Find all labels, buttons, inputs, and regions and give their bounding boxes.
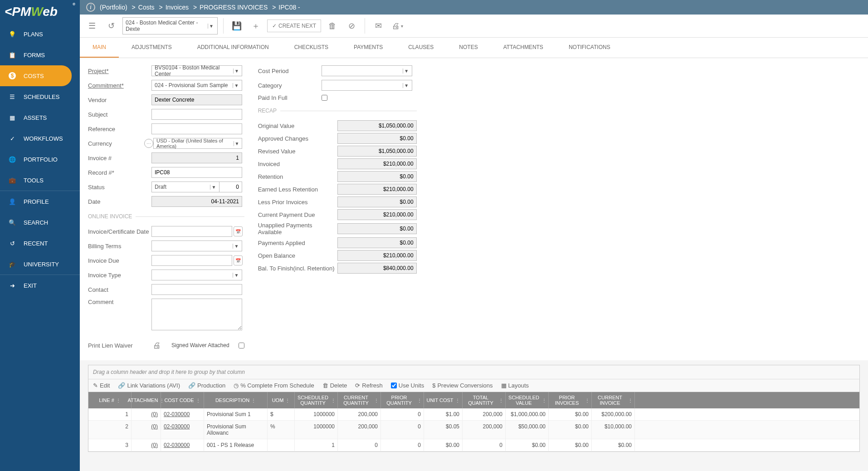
- table-row[interactable]: 1(0)02-030000Provisional Sum 1$100000020…: [88, 408, 859, 421]
- reference-field[interactable]: [151, 123, 242, 134]
- info-icon[interactable]: i: [86, 3, 95, 12]
- refresh-icon: ⟳: [355, 382, 360, 389]
- clipboard-icon: 📋: [8, 51, 16, 59]
- portfolio-dropdown[interactable]: 024 - Boston Medical Center - Dexte▼: [122, 17, 218, 34]
- nav-search[interactable]: 🔍SEARCH: [0, 212, 80, 233]
- header-current-qty[interactable]: CURRENT QUANTITY⋮: [338, 392, 381, 408]
- nav-forms[interactable]: 📋FORMS: [0, 44, 80, 65]
- nav-recent[interactable]: ↺RECENT: [0, 233, 80, 254]
- cell-attach[interactable]: (0): [132, 421, 161, 439]
- tab-additional[interactable]: ADDITIONAL INFORMATION: [185, 38, 282, 58]
- cost-period-dropdown[interactable]: ▼: [322, 65, 412, 76]
- table-row[interactable]: 3(0)02-030000001 - PS 1 Release100$0.000…: [88, 439, 859, 451]
- link-variations-button[interactable]: 🔗Link Variations (AVI): [118, 382, 180, 389]
- tab-clauses[interactable]: CLAUSES: [395, 38, 446, 58]
- contact-field[interactable]: [151, 284, 242, 295]
- cancel-icon[interactable]: ⊘: [344, 18, 359, 34]
- nav-plans[interactable]: 💡PLANS: [0, 24, 80, 44]
- edit-button[interactable]: ✎Edit: [93, 382, 110, 389]
- header-scheduled-value[interactable]: SCHEDULED VALUE⋮: [506, 392, 549, 408]
- nav-exit[interactable]: ➜EXIT: [0, 275, 80, 296]
- commitment-label[interactable]: Commitment*: [88, 82, 151, 89]
- link-icon: 🔗: [188, 382, 195, 389]
- print-icon[interactable]: 🖨: [151, 338, 162, 353]
- comment-field[interactable]: [151, 299, 242, 330]
- production-button[interactable]: 🔗Production: [188, 382, 225, 389]
- header-prior-invoices[interactable]: PRIOR INVOICES⋮: [549, 392, 592, 408]
- header-cost-code[interactable]: COST CODE⋮: [161, 392, 204, 408]
- save-icon[interactable]: 💾: [229, 18, 244, 34]
- signed-checkbox[interactable]: [239, 343, 244, 348]
- header-description[interactable]: DESCRIPTION⋮: [204, 392, 268, 408]
- paid-full-checkbox[interactable]: [322, 95, 327, 101]
- ellipsis-icon[interactable]: ⋯: [144, 139, 153, 148]
- preview-button[interactable]: $Preview Conversions: [432, 382, 493, 389]
- tab-notifications[interactable]: NOTIFICATIONS: [556, 38, 623, 58]
- cell-code[interactable]: 02-030000: [161, 439, 204, 451]
- breadcrumb-root[interactable]: (Portfolio): [100, 4, 127, 11]
- tab-notes[interactable]: NOTES: [446, 38, 490, 58]
- create-next-button[interactable]: ✓CREATE NEXT: [267, 20, 321, 32]
- cell-attach[interactable]: (0): [132, 439, 161, 451]
- status-dropdown[interactable]: Draft▼: [151, 182, 219, 192]
- header-unit-cost[interactable]: UNIT COST⋮: [424, 392, 463, 408]
- header-scheduled-qty[interactable]: SCHEDULED QUANTITY⋮: [295, 392, 338, 408]
- date-field[interactable]: [151, 196, 242, 207]
- chevron-down-icon: ▼: [208, 24, 215, 29]
- header-attach[interactable]: ATTACHMEN⋮: [132, 392, 161, 408]
- grid-icon: ▦: [501, 382, 507, 389]
- header-prior-qty[interactable]: PRIOR QUANTITY⋮: [381, 392, 424, 408]
- tab-main[interactable]: MAIN: [80, 38, 119, 58]
- history-icon[interactable]: ↺: [103, 18, 119, 34]
- billing-dropdown[interactable]: ▼: [151, 240, 242, 251]
- nav-tools[interactable]: 💼TOOLS: [0, 170, 80, 191]
- header-line[interactable]: LINE #⋮: [88, 392, 132, 408]
- invcert-field[interactable]: [151, 226, 232, 237]
- commitment-dropdown[interactable]: 024 - Provisional Sum Sample▼: [151, 80, 242, 91]
- nav-workflows[interactable]: ✓WORKFLOWS: [0, 128, 80, 149]
- tab-attachments[interactable]: ATTACHMENTS: [491, 38, 556, 58]
- record-field[interactable]: [151, 167, 242, 178]
- recap-value: [337, 237, 417, 248]
- tab-checklists[interactable]: CHECKLISTS: [282, 38, 341, 58]
- type-dropdown[interactable]: ▼: [151, 270, 242, 280]
- category-dropdown[interactable]: ▼: [322, 80, 412, 91]
- tab-adjustments[interactable]: ADJUSTMENTS: [119, 38, 185, 58]
- use-units-checkbox[interactable]: Use Units: [391, 382, 424, 389]
- cell-attach[interactable]: (0): [132, 408, 161, 420]
- header-current-invoice[interactable]: CURRENT INVOICE⋮: [592, 392, 635, 408]
- table-row[interactable]: 2(0)02-030000Provisional Sum Allowanc%10…: [88, 421, 859, 439]
- tab-payments[interactable]: PAYMENTS: [341, 38, 395, 58]
- delete-button[interactable]: 🗑Delete: [322, 382, 347, 389]
- nav-portfolio[interactable]: 🌐PORTFOLIO: [0, 149, 80, 170]
- pct-complete-button[interactable]: ◷% Complete From Schedule: [234, 382, 314, 389]
- header-uom[interactable]: UOM⋮: [268, 392, 295, 408]
- list-icon[interactable]: ☰: [84, 18, 100, 34]
- due-field[interactable]: [151, 255, 232, 266]
- layouts-button[interactable]: ▦Layouts: [501, 382, 529, 389]
- cell-total-qty: 200,000: [463, 421, 506, 439]
- group-bar[interactable]: Drag a column header and drop it here to…: [88, 365, 859, 379]
- project-dropdown[interactable]: BVS0104 - Boston Medical Center▼: [151, 65, 242, 76]
- cell-line: 2: [88, 421, 132, 439]
- header-total-qty[interactable]: TOTAL QUANTITY⋮: [463, 392, 506, 408]
- currency-dropdown[interactable]: USD - Dollar (United States of America)▼: [153, 138, 242, 149]
- project-label[interactable]: Project*: [88, 68, 151, 74]
- svg-text:$: $: [11, 73, 14, 79]
- calendar-icon[interactable]: 📅: [234, 255, 243, 265]
- add-icon[interactable]: ＋: [248, 18, 263, 34]
- nav-profile[interactable]: 👤PROFILE: [0, 191, 80, 212]
- cell-code[interactable]: 02-030000: [161, 408, 204, 420]
- calendar-icon[interactable]: 📅: [234, 226, 243, 236]
- mail-icon[interactable]: ✉: [371, 18, 386, 34]
- trash-icon[interactable]: 🗑: [325, 18, 340, 34]
- print-icon[interactable]: 🖨▾: [390, 18, 405, 34]
- subject-field[interactable]: [151, 109, 242, 120]
- cell-code[interactable]: 02-030000: [161, 421, 204, 439]
- refresh-button[interactable]: ⟳Refresh: [355, 382, 383, 389]
- nav-university[interactable]: 🎓UNIVERSITY: [0, 254, 80, 275]
- nav-schedules[interactable]: ☰SCHEDULES: [0, 86, 80, 107]
- nav-assets[interactable]: ▦ASSETS: [0, 107, 80, 128]
- nav-costs[interactable]: $COSTS: [0, 65, 72, 86]
- recap-label: Approved Changes: [258, 135, 337, 142]
